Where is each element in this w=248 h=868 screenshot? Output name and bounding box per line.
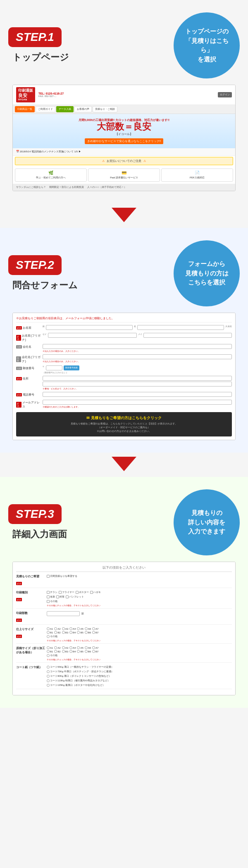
input-email[interactable]: [43, 400, 232, 405]
rb-b5[interactable]: B5: [77, 631, 83, 634]
cta-sub2: （オーダーメイド・対応サービスのご案内も）: [19, 426, 229, 429]
cb-pamphlet[interactable]: パンフレット: [66, 595, 84, 599]
label-estimate-wish: 見積もりのご希望 必須: [16, 574, 45, 586]
rb-a2[interactable]: A2: [54, 627, 60, 630]
row-print-type: 印刷種別 必須 チラシ フライヤー ポスター ハガキ 名刺 封筒 パンフレット: [16, 591, 232, 609]
label-original-size: 原稿サイズ（折り加工がある場合）: [16, 646, 45, 661]
input-company-kana[interactable]: [43, 354, 232, 359]
cb-chirashi[interactable]: チラシ: [47, 591, 57, 594]
input-address2[interactable]: [43, 382, 232, 387]
input-address1[interactable]: [43, 376, 232, 381]
rb-org-b5[interactable]: B5: [77, 650, 83, 653]
step3-bubble: 見積もりの詳しい内容を入力できます: [174, 489, 240, 555]
cb-poster[interactable]: ポスター: [76, 591, 89, 594]
service-pdf: 📄 PDF入稿対応: [161, 168, 233, 182]
rb-coat-110[interactable]: コート110Kg 特厚口（催行案内や商品カタログなど）: [47, 679, 232, 683]
label-postal: 任意 郵便番号: [16, 365, 41, 370]
rb-org-a5[interactable]: A5: [77, 646, 83, 649]
rb-org-b4[interactable]: B4: [69, 650, 76, 653]
step2-header: STEP.2 問合せフォーム フォームから見積もりの方はこちらを選択: [8, 240, 240, 306]
field-address: 必須 住所 ※番地・ビル名まで、入力ください。: [16, 376, 232, 390]
input-company[interactable]: [43, 344, 232, 349]
input-postal[interactable]: [46, 365, 62, 370]
rb-org-a3[interactable]: A3: [62, 646, 68, 649]
input-last-kana[interactable]: [48, 333, 137, 338]
rb-a1[interactable]: A1: [47, 627, 53, 630]
rb-org-a2[interactable]: A2: [54, 646, 60, 649]
field-phone: 必須 電話番号: [16, 392, 232, 398]
input-count[interactable]: [47, 611, 80, 616]
form-notice: ※お見積もりご依頼用の項目表示は、メールフォーム中頃に移動しました。: [16, 316, 232, 323]
rb-coat-55[interactable]: コート55Kg 薄口（一般的なチラシ・フライヤーの定番）: [47, 665, 232, 669]
cb-other-type[interactable]: その他: [47, 600, 57, 603]
rb-org-a1[interactable]: A1: [47, 646, 53, 649]
rb-a6[interactable]: A6: [85, 627, 91, 630]
rb-coat-135[interactable]: コート135Kg 最厚口（ポスターや会社向けなど）: [47, 683, 232, 687]
cta-title: ✉ 見積もりをご希望の方はこちらをクリック: [19, 415, 229, 421]
preview-hero: 月間5,000tの工場出荷実績!! 大ロットの超低価格、対応力が違います!! 大…: [13, 114, 235, 148]
label-finish-size: 仕上りサイズ 必須: [16, 627, 45, 642]
step2-section: STEP.2 問合せフォーム フォームから見積もりの方はこちらを選択 ※お見積も…: [0, 228, 248, 453]
hero-yomi: 【イコール】: [16, 132, 232, 136]
input-phone[interactable]: [43, 392, 232, 397]
preview-contact-info: TEL: 0120-4116-27 FAX: 052-527-...: [38, 92, 215, 97]
label-print-type: 印刷種別 必須: [16, 591, 45, 607]
cb-hagaki[interactable]: ハガキ: [90, 591, 101, 594]
rb-org-b1[interactable]: B1: [47, 650, 53, 653]
input-first-kana[interactable]: [143, 333, 232, 338]
nav-data[interactable]: データ入稿: [56, 106, 74, 112]
content-finish-size: A1 A2 A3 A4 A5 A6 A7 B1 B2 B3 B4 B5: [47, 627, 232, 642]
step1-bubble: トップページの「見積りはこちら」を選択: [174, 12, 240, 78]
nav-voice[interactable]: お客様の声: [74, 106, 92, 112]
input-name-area: 姓 名 大 姓名: [43, 325, 232, 331]
content-print-count: 部: [47, 611, 232, 623]
rb-org-b7[interactable]: B7: [92, 650, 98, 653]
cb-futou[interactable]: 封筒: [56, 595, 64, 599]
row-original-size: 原稿サイズ（折り加工がある場合） A1 A2 A3 A4 A5 A6 A7 B1: [16, 646, 232, 663]
detail-form: 以下の項目をご入力ください 見積もりのご希望 必須 月間見積もりを希望する: [13, 562, 235, 695]
field-company-kana: 任意 会社名(フリガナ) ※法人入力の場合のみ、入力ください。: [16, 354, 232, 363]
nav-guide[interactable]: ご利用ガイド: [36, 106, 55, 112]
rb-a4[interactable]: A4: [69, 627, 76, 630]
nav-estimate[interactable]: 見積もり・ご相談: [93, 106, 117, 112]
nav-products[interactable]: 印刷商品一覧: [15, 106, 35, 112]
cb-meishi[interactable]: 名刺: [47, 595, 55, 599]
rb-b6[interactable]: B6: [85, 631, 91, 634]
rb-coat-90[interactable]: コート90Kg 厚口（ダイレクトコンサートの告知など）: [47, 674, 232, 678]
rb-a3[interactable]: A3: [62, 627, 68, 630]
rb-b2[interactable]: B2: [54, 631, 60, 634]
rb-coat-73[interactable]: コート73Kg 中厚口（ポスティング・折込チラシに最適）: [47, 670, 232, 674]
input-postal-area: 〒 郵便番号検索 （郵便番号を入力すると↓): [43, 365, 232, 374]
step1-badge: STEP.1: [8, 27, 62, 47]
cb-monthly[interactable]: 月間見積もりを希望する: [47, 574, 77, 578]
contact-form: ※お見積もりご依頼用の項目表示は、メールフォーム中頃に移動しました。 必須 お名…: [13, 313, 235, 440]
step2-title: 問合せフォーム: [12, 279, 78, 292]
form-cta[interactable]: ✉ 見積もりをご希望の方はこちらをクリック 見積もり依頼をご希望のお客様は、こち…: [16, 412, 232, 436]
input-last-name[interactable]: [46, 325, 133, 330]
rb-org-b2[interactable]: B2: [54, 650, 60, 653]
step1-left: STEP.1 トップページ: [8, 27, 69, 64]
rb-org-a6[interactable]: A6: [85, 646, 91, 649]
field-name: 必須 お名前 姓 名 大 姓名: [16, 325, 232, 331]
rb-org-b3[interactable]: B3: [62, 650, 68, 653]
rb-b3[interactable]: B3: [62, 631, 68, 634]
postal-search-button[interactable]: 郵便番号検索: [64, 365, 79, 370]
rb-b4[interactable]: B4: [69, 631, 76, 634]
input-first-name[interactable]: [137, 325, 224, 330]
rb-org-other[interactable]: その他: [47, 654, 57, 657]
news-bar: 📅 2018/5/14 電話回線のメンテナンス実施について 1/5 ▶: [13, 148, 235, 156]
hero-badge: きめ細やかなサービスで安心を選ぶならここをクリック!!: [85, 138, 164, 144]
rb-a7[interactable]: A7: [92, 627, 98, 630]
input-furigana-area: セイ メイ: [43, 333, 232, 339]
rb-other-size[interactable]: その他: [47, 635, 57, 638]
rb-org-a4[interactable]: A4: [69, 646, 76, 649]
rb-a5[interactable]: A5: [77, 627, 83, 630]
rb-b1[interactable]: B1: [47, 631, 53, 634]
login-button[interactable]: ログイン: [218, 92, 232, 97]
step3-title: 詳細入力画面: [12, 528, 67, 541]
rb-b7[interactable]: B7: [92, 631, 98, 634]
cb-flyer[interactable]: フライヤー: [59, 591, 74, 594]
step2-left: STEP.2 問合せフォーム: [8, 255, 78, 292]
rb-org-b6[interactable]: B6: [85, 650, 91, 653]
rb-org-a7[interactable]: A7: [92, 646, 98, 649]
